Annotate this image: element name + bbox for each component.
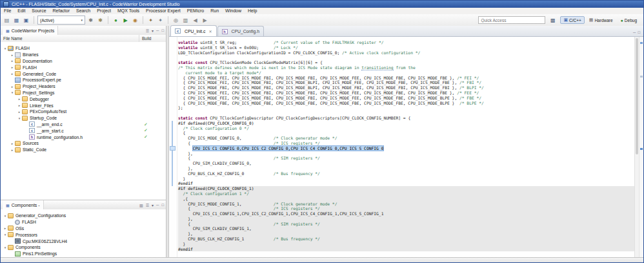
- code-line[interactable]: CPU_ICS_MODE_CONFIG_1, /* Clock generato…: [178, 202, 634, 207]
- tree-item-linker-files[interactable]: ▸Linker_Files: [1, 102, 166, 109]
- collapse-arrow-icon[interactable]: ▾: [3, 233, 8, 237]
- code-line[interactable]: CPU_ICS_C1_CONFIG_1,CPU_ICS_C2_CONFIG_1,…: [178, 211, 634, 216]
- quick-access-input[interactable]: [478, 16, 545, 24]
- minimize-icon[interactable]: ─: [156, 203, 159, 207]
- code-line[interactable]: static const CPU_TClockGenMode ClockGenM…: [178, 60, 634, 65]
- expand-arrow-icon[interactable]: ▸: [10, 53, 15, 57]
- tree-item-pexcompautotest[interactable]: ▸PExCompAutoTest: [1, 109, 166, 115]
- code-line[interactable]: { CPU_ICS_MODE_FBE, CPU_ICS_MODE_FBE, CP…: [178, 101, 634, 106]
- code-line[interactable]: CPU_ICS_MODE_CONFIG_0, /* Clock generato…: [178, 136, 634, 141]
- annotation-icon[interactable]: ▥: [181, 16, 190, 25]
- forward-icon[interactable]: ▶: [201, 16, 209, 25]
- tree-item-project-settings[interactable]: ▾Project_Settings: [1, 90, 166, 96]
- minimize-icon[interactable]: ─: [156, 28, 159, 32]
- menu-pemicro[interactable]: PEMicro: [184, 8, 207, 14]
- menu-mqx-tools[interactable]: MQX Tools: [114, 8, 143, 14]
- collapse-arrow-icon[interactable]: ▾: [3, 214, 8, 218]
- code-line[interactable]: #if defined(CPU_CLOCK_CONFIG_0): [178, 121, 634, 126]
- code-line[interactable]: { CPU_ICS_MODE_FEI, CPU_ICS_MODE_FBI, CP…: [178, 76, 634, 81]
- expand-arrow-icon[interactable]: ▸: [10, 148, 15, 152]
- view-menu-icon[interactable]: ▾: [152, 203, 154, 207]
- tree-item-arm-end-c[interactable]: __arm_end.c✓: [1, 121, 166, 128]
- build-icon[interactable]: ✦: [146, 16, 155, 25]
- code-line[interactable]: /* Clock configuration 0 */: [178, 126, 634, 131]
- expand-arrow-icon[interactable]: ▸: [10, 65, 15, 69]
- code-line[interactable]: { CPU_ICS_MODE_FEI, CPU_ICS_MODE_FBI, CP…: [178, 80, 634, 85]
- code-line[interactable]: { /* SIM registers */: [178, 222, 634, 227]
- collapse-all-icon[interactable]: ☰: [146, 28, 149, 33]
- code-line[interactable]: ,{: [178, 196, 634, 202]
- tree-item-processors[interactable]: ▾Processors: [1, 231, 166, 238]
- code-line[interactable]: }: [178, 176, 634, 182]
- perspective-cpp[interactable]: ▣C/C++: [560, 16, 584, 24]
- build-all-icon[interactable]: ✦: [156, 16, 165, 25]
- collapse-arrow-icon[interactable]: ▾: [10, 90, 15, 94]
- editor-tab-cpu-init-c[interactable]: CPU_Init.c✕: [170, 25, 217, 36]
- tree-item-flash[interactable]: ▸FLASH: [1, 64, 166, 70]
- tree-item-static-code[interactable]: ▸Static_Code: [1, 147, 166, 153]
- active-config-combo[interactable]: (Active)▾: [37, 16, 85, 25]
- code-line[interactable]: CPU_SIM_CLKDIV_CONFIG_1,: [178, 226, 634, 231]
- code-line[interactable]: /* This matrix defines which mode is nex…: [178, 65, 634, 70]
- scrollbar-thumb[interactable]: [636, 38, 638, 154]
- menu-file[interactable]: File: [1, 8, 14, 14]
- code-line[interactable]: { CPU_ICS_MODE_FBI, CPU_ICS_MODE_FBI, CP…: [178, 85, 634, 90]
- menu-edit[interactable]: Edit: [14, 8, 28, 14]
- tree-item-generator-configurations[interactable]: ▾Generator_Configurations: [1, 213, 166, 219]
- code-line[interactable]: {: [178, 131, 634, 136]
- tree-item-flash[interactable]: ▾FLASH: [1, 45, 166, 52]
- code-line[interactable]: #endif: [178, 247, 634, 252]
- new-icon[interactable]: ▤: [3, 16, 11, 25]
- tree-item-flash[interactable]: FLASH: [1, 219, 166, 226]
- components-view-tab[interactable]: ▦ Components -: [3, 200, 44, 209]
- collapse-arrow-icon[interactable]: ▾: [3, 47, 8, 50]
- code-line[interactable]: CPU_BUS_CLK_HZ_CONFIG_0 /* Bus frequency…: [178, 171, 634, 176]
- open-perspective-icon[interactable]: ▩: [548, 16, 557, 25]
- code-line[interactable]: { /* ICS registers */: [178, 141, 634, 146]
- menu-search[interactable]: Search: [73, 8, 94, 14]
- tree-item-arm-start-c[interactable]: __arm_start.c✓: [1, 127, 166, 134]
- code-line[interactable]: volatile uint8_t SR_reg; /* Current valu…: [178, 40, 634, 45]
- expand-arrow-icon[interactable]: ▸: [3, 226, 8, 230]
- menu-processor-expert[interactable]: Processor Expert: [143, 8, 184, 14]
- tree-item-components[interactable]: ▾Components: [1, 244, 166, 251]
- tree-item-startup-code[interactable]: ▾Startup_Code: [1, 115, 166, 121]
- tree-item-project-headers[interactable]: ▸Project_Headers: [1, 83, 166, 90]
- close-tab-icon[interactable]: ✕: [208, 29, 212, 34]
- save-all-icon[interactable]: ▣: [22, 16, 30, 25]
- menu-refactor[interactable]: Refactor: [50, 8, 73, 14]
- code-line[interactable]: },: [178, 166, 634, 171]
- tree-item-debugger[interactable]: ▸Debugger: [1, 96, 166, 102]
- projects-view-tab[interactable]: ▦ CodeWarrior Projects: [3, 26, 58, 35]
- maximize-icon[interactable]: □: [161, 203, 164, 207]
- expand-arrow-icon[interactable]: ▸: [17, 97, 22, 101]
- vertical-scrollbar[interactable]: [634, 37, 639, 257]
- code-line[interactable]: },: [178, 216, 634, 222]
- tree-item-sources[interactable]: ▸Sources: [1, 140, 166, 147]
- code-line[interactable]: current mode to a target mode*/: [178, 70, 634, 76]
- overview-mark[interactable]: [640, 42, 643, 44]
- perspective-debug[interactable]: ●Debug: [618, 17, 640, 24]
- expand-arrow-icon[interactable]: ▸: [17, 110, 22, 114]
- maximize-icon[interactable]: □: [161, 28, 164, 32]
- menu-project[interactable]: Project: [94, 8, 114, 14]
- title-bar[interactable]: C/C++ - FLASH/Static_Code/System/CPU_Ini…: [1, 1, 643, 8]
- filter-icon[interactable]: ▥: [139, 203, 143, 207]
- code-line[interactable]: /* Clock configuration 1 */: [178, 191, 634, 196]
- expand-arrow-icon[interactable]: ▸: [10, 72, 15, 76]
- code-line[interactable]: CPU_SIM_CLKDIV_CONFIG_0,: [178, 161, 634, 166]
- code-line[interactable]: CPU_BUS_CLK_HZ_CONFIG_1 /* Bus frequency…: [178, 237, 634, 242]
- code-line[interactable]: },: [178, 231, 634, 237]
- gear-icon[interactable]: ✱: [86, 16, 95, 25]
- code-line[interactable]: [178, 55, 634, 60]
- column-build[interactable]: Build: [139, 35, 166, 42]
- view-menu-icon[interactable]: ▾: [152, 28, 154, 33]
- collapse-arrow-icon[interactable]: ▾: [17, 116, 22, 120]
- search-icon[interactable]: ◎: [172, 16, 180, 25]
- tree-item-processorexpert-pe[interactable]: ProcessorExpert.pe: [1, 77, 166, 83]
- code-line[interactable]: { /* ICS registers */: [178, 206, 634, 211]
- overview-mark[interactable]: [640, 76, 643, 78]
- expand-arrow-icon[interactable]: ▸: [10, 59, 15, 63]
- code-line[interactable]: }: [178, 242, 634, 247]
- run-icon[interactable]: ▶: [121, 16, 130, 25]
